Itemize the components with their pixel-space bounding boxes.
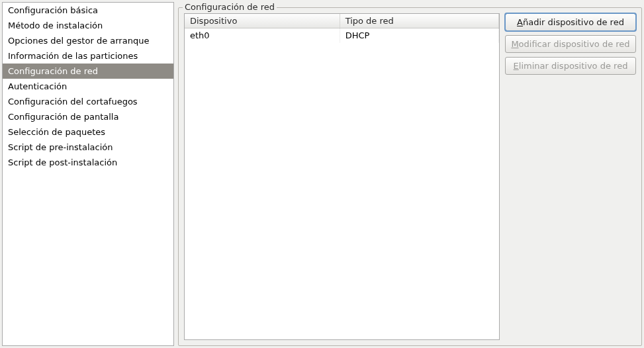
table-row[interactable]: eth0 DHCP — [185, 28, 499, 43]
main-panel: Configuración de red Dispositivo Tipo de… — [178, 2, 642, 346]
sidebar-item-package-selection[interactable]: Selección de paquetes — [3, 124, 173, 140]
device-table-wrap: Dispositivo Tipo de red eth0 DHCP — [184, 13, 500, 340]
cell-device: eth0 — [185, 28, 340, 43]
sidebar-item-authentication[interactable]: Autenticación — [3, 79, 173, 94]
sidebar-item-basic-config[interactable]: Configuración básica — [3, 3, 173, 18]
modify-network-device-button[interactable]: Modificar dispositivo de red — [505, 35, 636, 53]
sidebar-item-display-config[interactable]: Configuración de pantalla — [3, 109, 173, 124]
sidebar-item-firewall-config[interactable]: Configuración del cortafuegos — [3, 94, 173, 109]
delete-network-device-button[interactable]: Eliminar dispositivo de red — [505, 57, 636, 75]
sidebar-item-partition-info[interactable]: Información de las particiones — [3, 48, 173, 64]
sidebar-item-network-config[interactable]: Configuración de red — [3, 64, 173, 79]
col-device[interactable]: Dispositivo — [185, 14, 340, 28]
sidebar-item-bootloader-options[interactable]: Opciones del gestor de arranque — [3, 33, 173, 48]
sidebar-item-preinstall-script[interactable]: Script de pre-instalación — [3, 140, 173, 155]
sidebar-item-postinstall-script[interactable]: Script de post-instalación — [3, 155, 173, 170]
col-network-type[interactable]: Tipo de red — [340, 14, 498, 28]
group-title: Configuración de red — [183, 2, 277, 12]
add-network-device-button[interactable]: Añadir dispositivo de red — [505, 13, 636, 31]
network-config-group: Configuración de red Dispositivo Tipo de… — [178, 7, 642, 346]
device-table[interactable]: Dispositivo Tipo de red eth0 DHCP — [185, 14, 499, 42]
sidebar: Configuración básica Método de instalaci… — [2, 2, 174, 346]
button-column: Añadir dispositivo de red Modificar disp… — [505, 13, 636, 340]
cell-type: DHCP — [340, 28, 498, 43]
sidebar-item-install-method[interactable]: Método de instalación — [3, 18, 173, 33]
